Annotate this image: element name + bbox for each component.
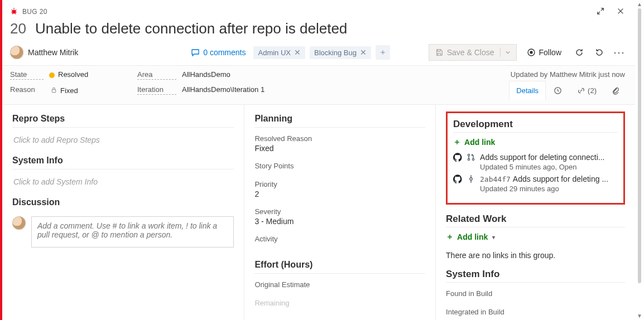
related-add-link-button[interactable]: ＋ Add link ▾	[446, 232, 625, 242]
found-in-build-label: Found in Build	[446, 289, 625, 298]
more-actions-button[interactable]: ···	[612, 45, 627, 60]
scroll-down-icon[interactable]: ▼	[637, 313, 642, 319]
section-system-info-right: System Info	[446, 269, 625, 280]
svg-point-5	[468, 154, 469, 156]
priority-value[interactable]: 2	[254, 188, 425, 201]
state-label: State	[10, 70, 44, 80]
development-panel: Development ＋ Add link Adds support for …	[446, 111, 625, 205]
area-value[interactable]: AllHandsDemo	[182, 70, 327, 80]
activity-value[interactable]	[254, 243, 425, 246]
avatar	[12, 216, 26, 230]
severity-label: Severity	[254, 207, 425, 216]
avatar[interactable]	[10, 46, 23, 59]
dev-link-commit[interactable]: 2ab44f7Adds support for deleting ... Upd…	[453, 174, 618, 193]
tab-details[interactable]: Details	[509, 81, 546, 100]
resolved-reason-value[interactable]: Fixed	[254, 143, 425, 155]
work-item-id: 20	[10, 20, 26, 37]
section-related-work: Related Work	[446, 214, 625, 225]
follow-button[interactable]: Follow	[521, 45, 567, 60]
assignee-name[interactable]: Matthew Mitrik	[28, 48, 78, 57]
reason-label: Reason	[10, 85, 44, 95]
link-icon	[576, 86, 585, 95]
scrollbar-thumb[interactable]	[638, 8, 641, 283]
dev-add-link-button[interactable]: ＋ Add link	[453, 137, 618, 147]
svg-point-8	[470, 178, 472, 180]
original-estimate-label: Original Estimate	[254, 280, 425, 289]
bug-icon	[10, 7, 18, 15]
integrated-in-build-value[interactable]	[446, 316, 625, 319]
found-in-build-value[interactable]	[446, 298, 625, 301]
fullscreen-button[interactable]	[593, 3, 608, 19]
discussion-input[interactable]	[31, 216, 234, 248]
attachment-icon	[611, 86, 620, 95]
plus-icon: ＋	[453, 137, 461, 147]
story-points-label: Story Points	[254, 162, 425, 170]
story-points-value[interactable]	[254, 170, 425, 173]
section-discussion: Discussion	[12, 197, 234, 211]
follow-icon	[527, 48, 536, 57]
svg-point-6	[468, 158, 469, 160]
svg-rect-3	[52, 89, 55, 92]
section-planning: Planning	[254, 114, 425, 128]
work-item-title[interactable]: Unable to delete connection after repo i…	[35, 20, 347, 37]
plus-icon: ＋	[446, 232, 454, 242]
comment-icon	[191, 48, 200, 57]
chevron-down-icon[interactable]	[500, 48, 511, 57]
area-label: Area	[137, 70, 176, 80]
chevron-down-icon: ▾	[492, 234, 495, 240]
tag-remove-icon[interactable]: ✕	[360, 49, 367, 56]
lock-icon	[49, 85, 58, 94]
updated-text: Updated by Matthew Mitrik just now	[511, 70, 627, 79]
github-icon	[453, 153, 462, 162]
refresh-button[interactable]	[571, 45, 587, 60]
iteration-label: Iteration	[137, 85, 176, 95]
commit-icon	[467, 174, 475, 183]
scroll-up-icon[interactable]: ▲	[637, 1, 642, 7]
section-effort: Effort (Hours)	[254, 260, 425, 274]
tab-links[interactable]: (2)	[569, 81, 604, 100]
resolved-reason-label: Resolved Reason	[254, 134, 425, 143]
tab-history[interactable]	[546, 81, 569, 100]
svg-point-7	[472, 158, 474, 160]
tag-remove-icon[interactable]: ✕	[294, 49, 301, 56]
section-system-info: System Info	[12, 156, 234, 169]
iteration-value[interactable]: AllHandsDemo\Iteration 1	[182, 85, 327, 95]
add-tag-button[interactable]: ＋	[376, 45, 390, 60]
original-estimate-value[interactable]	[254, 289, 425, 292]
close-button[interactable]	[613, 3, 628, 19]
github-icon	[453, 174, 462, 183]
svg-point-2	[530, 51, 532, 54]
activity-label: Activity	[254, 235, 425, 243]
save-and-close-button[interactable]: Save & Close	[429, 44, 517, 61]
state-value[interactable]: Resolved	[49, 70, 127, 80]
priority-label: Priority	[254, 180, 425, 188]
vertical-scrollbar[interactable]: ▲ ▼	[635, 0, 644, 320]
pull-request-icon	[467, 153, 475, 162]
section-development: Development	[453, 119, 618, 130]
work-item-type: BUG 20	[22, 7, 47, 16]
revert-button[interactable]	[592, 45, 607, 60]
svg-point-0	[12, 9, 16, 13]
section-repro-steps: Repro Steps	[12, 114, 234, 128]
comments-button[interactable]: 0 comments	[188, 46, 249, 59]
history-icon	[553, 86, 562, 95]
related-empty-text: There are no links in this group.	[446, 248, 625, 260]
tab-attachments[interactable]	[604, 81, 627, 100]
severity-value[interactable]: 3 - Medium	[254, 216, 425, 228]
dev-link-pr[interactable]: Adds support for deleting connecti... Up…	[453, 153, 618, 171]
integrated-in-build-label: Integrated in Build	[446, 308, 625, 316]
repro-steps-input[interactable]: Click to add Repro Steps	[12, 131, 234, 156]
tag-blocking-bug[interactable]: Blocking Bug ✕	[310, 46, 371, 59]
tag-admin-ux[interactable]: Admin UX ✕	[253, 46, 305, 59]
reason-value[interactable]: Fixed	[49, 85, 127, 95]
save-icon	[435, 48, 444, 57]
state-dot-icon	[49, 72, 55, 78]
remaining-label: Remaining	[254, 299, 425, 307]
system-info-input[interactable]: Click to add System Info	[12, 173, 234, 197]
